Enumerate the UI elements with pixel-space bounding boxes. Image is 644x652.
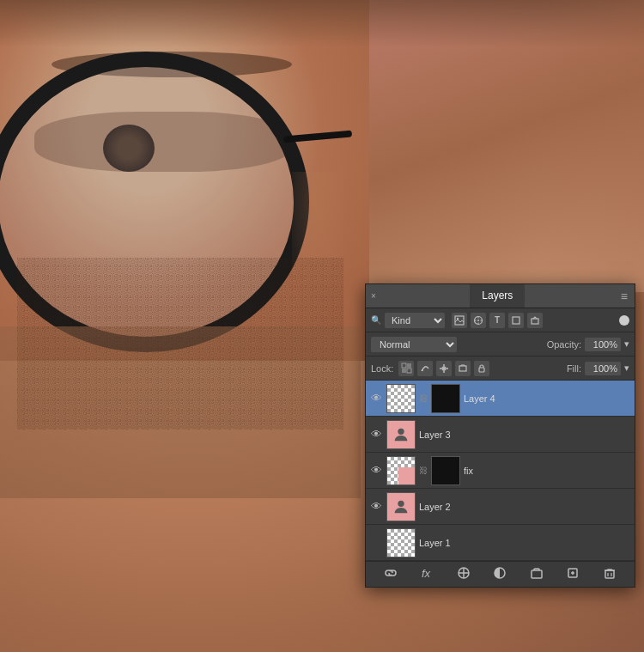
opacity-chevron[interactable]: ▾ xyxy=(624,338,629,350)
visibility-icon[interactable]: 👁 xyxy=(369,500,383,513)
svg-rect-3 xyxy=(513,317,519,324)
layer-thumbnail xyxy=(386,492,416,521)
layer-item[interactable]: 👁 Layer 3 xyxy=(366,417,635,453)
layer-item[interactable]: 👁 Layer 2 xyxy=(366,489,635,525)
new-fill-button[interactable] xyxy=(453,564,474,584)
opacity-input[interactable] xyxy=(585,338,621,351)
layer-thumbnail xyxy=(386,528,416,558)
link-icon: ⛓ xyxy=(419,393,428,403)
new-layer-button[interactable] xyxy=(562,564,583,584)
filter-text-icon[interactable]: T xyxy=(489,313,505,328)
panel-close-button[interactable]: × xyxy=(366,291,381,301)
layer-thumbnail xyxy=(386,420,416,449)
lock-row: Lock: Fill: ▾ xyxy=(366,356,635,381)
layer-name: Layer 3 xyxy=(419,430,631,440)
fx-button[interactable]: fx xyxy=(417,564,438,584)
svg-point-13 xyxy=(398,500,404,506)
svg-rect-11 xyxy=(479,368,484,372)
lock-artboard-button[interactable] xyxy=(455,361,471,376)
new-adjustment-button[interactable] xyxy=(489,564,510,584)
layer-name: fix xyxy=(464,466,631,476)
layer-mask-thumbnail xyxy=(431,456,460,485)
lock-label: Lock: xyxy=(371,363,393,374)
svg-rect-8 xyxy=(407,369,411,373)
filter-row: 🔍 Kind T xyxy=(366,308,635,332)
layers-panel: × Layers ≡ 🔍 Kind T xyxy=(365,283,635,588)
layers-list: 👁 ⛓ Layer 4 👁 Layer 3 👁 xyxy=(366,381,635,561)
layer-thumbnail xyxy=(386,384,416,413)
panel-header: × Layers ≡ xyxy=(366,284,635,308)
fill-chevron[interactable]: ▾ xyxy=(624,363,629,374)
svg-point-12 xyxy=(398,428,404,434)
layer-mask-thumbnail xyxy=(431,384,460,413)
lock-pixels-button[interactable] xyxy=(417,361,433,376)
filter-shape-icon[interactable] xyxy=(508,313,524,328)
filter-adjustment-icon[interactable] xyxy=(471,313,486,328)
fill-label: Fill: xyxy=(567,363,581,374)
filter-smartobject-icon[interactable] xyxy=(527,313,543,328)
visibility-icon[interactable]: 👁 xyxy=(369,536,383,549)
fill-input[interactable] xyxy=(585,362,621,375)
visibility-icon[interactable]: 👁 xyxy=(369,464,383,477)
svg-point-9 xyxy=(422,369,423,371)
svg-rect-10 xyxy=(459,366,466,371)
svg-rect-4 xyxy=(532,319,538,324)
lock-position-button[interactable] xyxy=(436,361,452,376)
visibility-icon[interactable]: 👁 xyxy=(369,392,383,405)
filter-toggle[interactable] xyxy=(619,315,629,326)
new-group-button[interactable] xyxy=(526,564,547,584)
layer-name: Layer 4 xyxy=(464,393,631,404)
panel-toolbar: fx xyxy=(366,561,635,587)
lock-all-button[interactable] xyxy=(474,361,489,376)
filter-image-icon[interactable] xyxy=(452,313,467,328)
panel-menu-button[interactable]: ≡ xyxy=(614,289,635,303)
filter-icons: T xyxy=(452,313,543,328)
link-layers-button[interactable] xyxy=(380,564,401,584)
panel-tabs: Layers xyxy=(470,284,525,308)
lock-transparent-button[interactable] xyxy=(398,361,414,376)
delete-layer-button[interactable] xyxy=(599,564,620,584)
visibility-icon[interactable]: 👁 xyxy=(369,428,383,441)
svg-rect-17 xyxy=(532,570,542,578)
layer-item[interactable]: 👁 Layer 1 xyxy=(366,525,635,561)
svg-point-1 xyxy=(457,317,459,319)
svg-text:fx: fx xyxy=(422,567,431,580)
svg-rect-19 xyxy=(605,570,614,578)
search-icon: 🔍 xyxy=(371,315,381,325)
layer-item[interactable]: 👁 ⛓ fix xyxy=(366,453,635,489)
link-icon: ⛓ xyxy=(419,466,428,475)
layer-item[interactable]: 👁 ⛓ Layer 4 xyxy=(366,381,635,417)
layer-thumbnail xyxy=(386,456,416,485)
kind-dropdown[interactable]: Kind xyxy=(385,313,445,328)
blend-mode-dropdown[interactable]: Normal xyxy=(371,337,457,352)
blend-mode-row: Normal Opacity: ▾ xyxy=(366,332,635,356)
svg-rect-5 xyxy=(402,363,406,368)
layer-name: Layer 2 xyxy=(419,502,631,512)
layer-name: Layer 1 xyxy=(419,538,631,548)
opacity-label: Opacity: xyxy=(547,339,581,350)
layers-tab[interactable]: Layers xyxy=(470,284,525,308)
svg-rect-7 xyxy=(402,369,406,373)
svg-rect-6 xyxy=(407,363,411,368)
